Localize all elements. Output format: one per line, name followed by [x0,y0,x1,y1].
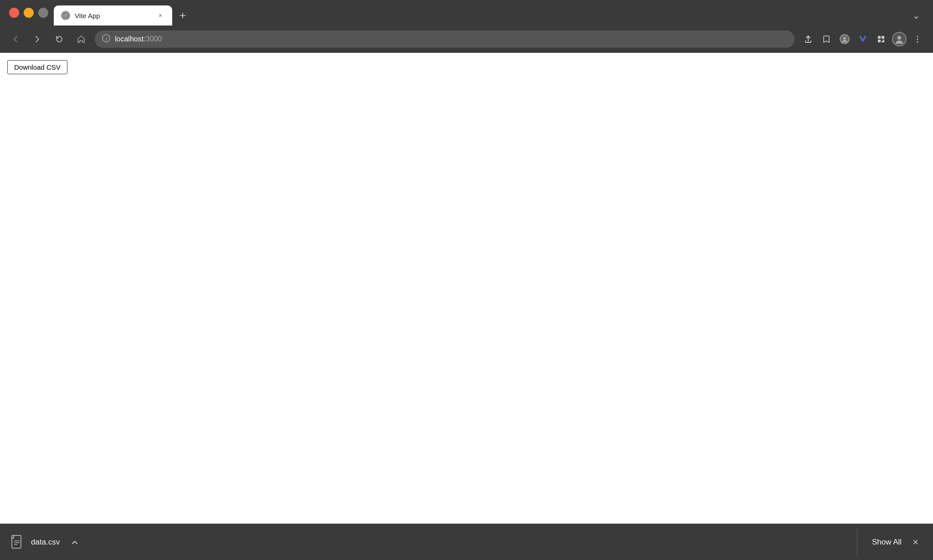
close-window-button[interactable] [9,8,19,18]
download-bar: data.csv Show All × [0,524,933,560]
svg-rect-10 [882,41,883,42]
title-bar: Vite App × + ⌄ [0,0,933,25]
more-menu-button[interactable] [909,31,926,47]
svg-rect-9 [883,40,884,41]
tab-title: Vite App [75,12,151,20]
extensions-button[interactable] [873,31,889,47]
svg-point-5 [843,37,846,40]
show-all-button[interactable]: Show All [865,534,909,550]
download-bar-divider [857,529,857,556]
info-icon: i [102,34,110,44]
download-item: data.csv [11,535,850,550]
bookmark-button[interactable] [818,31,835,47]
minimize-window-button[interactable] [24,8,34,18]
traffic-lights [9,8,48,18]
reload-button[interactable] [51,31,67,47]
address-input[interactable]: i localhost:3000 [95,31,795,48]
download-file-name: data.csv [31,538,60,547]
svg-point-13 [897,36,901,40]
page-content: Download CSV [0,53,933,498]
tabs-dropdown-button[interactable]: ⌄ [909,5,924,25]
tab-favicon [61,11,70,20]
svg-point-1 [64,14,67,17]
close-download-bar-button[interactable]: × [909,533,922,552]
address-bar: i localhost:3000 [0,25,933,53]
forward-button[interactable] [29,31,46,47]
tab-close-button[interactable]: × [156,11,165,20]
maximize-window-button[interactable] [38,8,48,18]
download-csv-button[interactable]: Download CSV [7,60,67,74]
svg-rect-8 [878,40,881,42]
expand-download-button[interactable] [67,538,82,546]
svg-point-14 [917,36,918,37]
svg-rect-11 [883,41,884,42]
user-avatar [892,32,907,46]
svg-point-15 [917,39,918,40]
back-button[interactable] [7,31,24,47]
share-button[interactable] [800,31,816,47]
home-button[interactable] [73,31,89,47]
active-tab[interactable]: Vite App × [54,5,172,25]
address-port: 3000 [146,35,162,43]
profile-avatar[interactable] [891,31,907,47]
browser-chrome: Vite App × + ⌄ [0,0,933,53]
svg-rect-7 [882,36,884,39]
file-icon [11,535,24,550]
toolbar-icons [800,31,926,47]
address-text: localhost:3000 [115,35,162,43]
svg-point-16 [917,41,918,43]
address-host: localhost: [115,35,146,43]
vite-extension-icon[interactable] [855,31,871,47]
svg-text:i: i [106,36,107,42]
new-tab-button[interactable]: + [172,5,193,25]
account-icon[interactable] [836,31,853,47]
svg-rect-17 [12,535,21,548]
svg-rect-6 [878,36,881,39]
